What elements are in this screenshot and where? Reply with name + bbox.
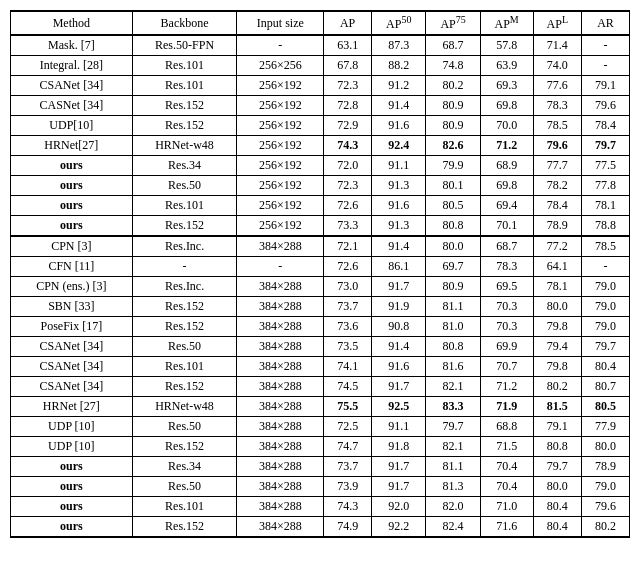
cell-method: ours [11, 216, 133, 237]
cell-ar: 80.4 [582, 357, 630, 377]
cell-ap75: 80.9 [426, 96, 480, 116]
cell-backbone: Res.101 [132, 76, 237, 96]
cell-ar: 77.8 [582, 176, 630, 196]
cell-ap50: 91.1 [372, 417, 426, 437]
cell-ap: 72.9 [324, 116, 372, 136]
cell-ap50: 86.1 [372, 257, 426, 277]
cell-apm: 70.3 [480, 297, 533, 317]
cell-input: 384×288 [237, 317, 324, 337]
cell-backbone: - [132, 257, 237, 277]
cell-input: - [237, 35, 324, 56]
cell-ap: 74.1 [324, 357, 372, 377]
cell-ap50: 87.3 [372, 35, 426, 56]
cell-ap75: 80.8 [426, 337, 480, 357]
cell-ap: 67.8 [324, 56, 372, 76]
cell-ap: 74.3 [324, 136, 372, 156]
cell-ar: - [582, 56, 630, 76]
cell-ap75: 80.5 [426, 196, 480, 216]
cell-ap50: 91.6 [372, 116, 426, 136]
cell-apl: 78.2 [533, 176, 582, 196]
cell-ar: 79.1 [582, 76, 630, 96]
cell-backbone: Res.152 [132, 297, 237, 317]
cell-input: 384×288 [237, 417, 324, 437]
cell-apl: 80.4 [533, 517, 582, 538]
table-row: UDP [10]Res.152384×28874.791.882.171.580… [11, 437, 630, 457]
cell-apm: 68.9 [480, 156, 533, 176]
cell-apm: 70.7 [480, 357, 533, 377]
cell-method: UDP [10] [11, 437, 133, 457]
cell-backbone: Res.Inc. [132, 236, 237, 257]
cell-backbone: Res.152 [132, 216, 237, 237]
cell-ap75: 82.1 [426, 437, 480, 457]
cell-ap50: 91.7 [372, 477, 426, 497]
table-row: CSANet [34]Res.101256×19272.391.280.269.… [11, 76, 630, 96]
cell-ap: 72.1 [324, 236, 372, 257]
cell-method: ours [11, 457, 133, 477]
table-header: Method Backbone Input size AP AP50 AP75 … [11, 11, 630, 35]
cell-ap: 74.5 [324, 377, 372, 397]
cell-apm: 70.0 [480, 116, 533, 136]
cell-apl: 81.5 [533, 397, 582, 417]
cell-input: 384×288 [237, 337, 324, 357]
cell-input: 384×288 [237, 477, 324, 497]
cell-method: SBN [33] [11, 297, 133, 317]
cell-ap50: 92.0 [372, 497, 426, 517]
cell-ap50: 92.4 [372, 136, 426, 156]
cell-ap: 72.3 [324, 176, 372, 196]
cell-input: 384×288 [237, 437, 324, 457]
cell-ap50: 91.4 [372, 236, 426, 257]
cell-input: 256×192 [237, 136, 324, 156]
cell-apm: 69.8 [480, 96, 533, 116]
cell-apl: 80.0 [533, 297, 582, 317]
cell-apl: 79.4 [533, 337, 582, 357]
cell-method: ours [11, 176, 133, 196]
table-row: oursRes.50256×19272.391.380.169.878.277.… [11, 176, 630, 196]
cell-backbone: HRNet-w48 [132, 136, 237, 156]
cell-ap50: 91.8 [372, 437, 426, 457]
cell-apl: 78.3 [533, 96, 582, 116]
cell-ap75: 80.8 [426, 216, 480, 237]
cell-backbone: Res.101 [132, 56, 237, 76]
cell-ap50: 91.4 [372, 337, 426, 357]
table-row: oursRes.34256×19272.091.179.968.977.777.… [11, 156, 630, 176]
cell-apl: 74.0 [533, 56, 582, 76]
cell-apm: 69.9 [480, 337, 533, 357]
cell-ap50: 90.8 [372, 317, 426, 337]
table-row: UDP[10]Res.152256×19272.991.680.970.078.… [11, 116, 630, 136]
table-row: UDP [10]Res.50384×28872.591.179.768.879.… [11, 417, 630, 437]
cell-ap: 73.5 [324, 337, 372, 357]
cell-input: - [237, 257, 324, 277]
cell-ar: 79.0 [582, 297, 630, 317]
cell-apm: 63.9 [480, 56, 533, 76]
cell-ap: 72.6 [324, 196, 372, 216]
cell-ar: 79.6 [582, 497, 630, 517]
cell-apm: 70.4 [480, 477, 533, 497]
cell-backbone: Res.152 [132, 377, 237, 397]
cell-apl: 80.2 [533, 377, 582, 397]
cell-backbone: Res.50 [132, 337, 237, 357]
table-row: CPN (ens.) [3]Res.Inc.384×28873.091.780.… [11, 277, 630, 297]
cell-input: 384×288 [237, 457, 324, 477]
cell-method: ours [11, 497, 133, 517]
cell-ar: 77.9 [582, 417, 630, 437]
cell-input: 384×288 [237, 357, 324, 377]
cell-method: CASNet [34] [11, 96, 133, 116]
cell-ar: 79.7 [582, 337, 630, 357]
cell-ap75: 79.9 [426, 156, 480, 176]
cell-apl: 78.4 [533, 196, 582, 216]
results-table: Method Backbone Input size AP AP50 AP75 … [10, 10, 630, 538]
cell-apl: 77.7 [533, 156, 582, 176]
cell-ap: 72.8 [324, 96, 372, 116]
cell-ap: 72.3 [324, 76, 372, 96]
table-row: CSANet [34]Res.152384×28874.591.782.171.… [11, 377, 630, 397]
table-row: oursRes.152256×19273.391.380.870.178.978… [11, 216, 630, 237]
cell-input: 256×192 [237, 96, 324, 116]
cell-backbone: Res.Inc. [132, 277, 237, 297]
cell-input: 384×288 [237, 377, 324, 397]
cell-method: HRNet [27] [11, 397, 133, 417]
cell-apl: 80.0 [533, 477, 582, 497]
cell-ap75: 82.0 [426, 497, 480, 517]
cell-ap75: 82.6 [426, 136, 480, 156]
cell-apm: 69.4 [480, 196, 533, 216]
cell-method: ours [11, 196, 133, 216]
